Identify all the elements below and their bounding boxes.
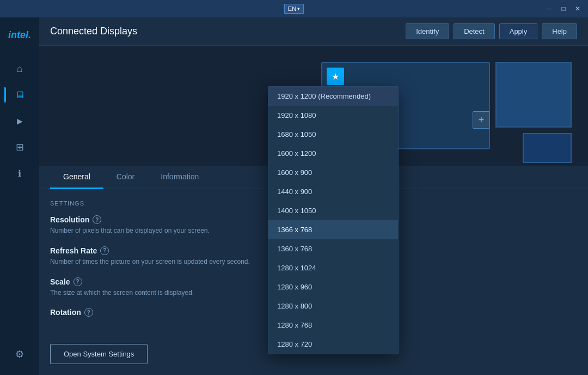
open-system-settings-button[interactable]: Open System Settings bbox=[50, 344, 148, 364]
resolution-help-icon[interactable]: ? bbox=[93, 215, 101, 224]
apps-icon: ⊞ bbox=[16, 141, 24, 153]
resolution-option-10[interactable]: 1280 x 960 bbox=[268, 277, 398, 297]
detect-button[interactable]: Detect bbox=[454, 23, 495, 39]
video-icon: ▶ bbox=[17, 117, 23, 125]
sidebar-item-home[interactable]: ⌂ bbox=[7, 57, 33, 81]
sidebar: intel. ⌂ 🖥 ▶ ⊞ ℹ ⚙ bbox=[0, 17, 39, 375]
home-icon: ⌂ bbox=[17, 63, 23, 75]
settings-icon: ⚙ bbox=[15, 348, 24, 360]
lang-badge: EN ▾ bbox=[284, 4, 304, 14]
app-title: Connected Displays bbox=[50, 26, 137, 37]
sidebar-item-video[interactable]: ▶ bbox=[7, 109, 33, 133]
identify-button[interactable]: Identify bbox=[406, 23, 449, 39]
monitor-star-icon: ★ bbox=[327, 68, 344, 85]
intel-logo: intel. bbox=[9, 24, 30, 46]
info-icon: ℹ bbox=[18, 168, 21, 179]
secondary-monitor-1[interactable] bbox=[495, 62, 572, 128]
top-bar: EN ▾ ─ □ ✕ bbox=[0, 0, 588, 17]
add-display-button[interactable]: + bbox=[473, 111, 490, 129]
refresh-rate-help-icon[interactable]: ? bbox=[100, 246, 109, 255]
tab-color[interactable]: Color bbox=[103, 166, 148, 189]
lang-text: EN bbox=[288, 5, 296, 12]
lang-chevron: ▾ bbox=[297, 6, 300, 11]
toolbar: Identify Detect Apply Help bbox=[406, 23, 577, 39]
resolution-dropdown: 1920 x 1200 (Recommended) 1920 x 1080 16… bbox=[268, 86, 399, 354]
display-icon: 🖥 bbox=[15, 89, 24, 101]
resolution-option-3[interactable]: 1600 x 1200 bbox=[268, 144, 398, 163]
resolution-option-11[interactable]: 1280 x 800 bbox=[268, 297, 398, 316]
resolution-option-12[interactable]: 1280 x 768 bbox=[268, 316, 398, 335]
tab-general[interactable]: General bbox=[50, 166, 103, 189]
logo-text: intel. bbox=[8, 29, 31, 41]
secondary-monitor-2[interactable] bbox=[523, 133, 572, 163]
help-button[interactable]: Help bbox=[542, 23, 577, 39]
resolution-option-5[interactable]: 1440 x 900 bbox=[268, 182, 398, 201]
scale-help-icon[interactable]: ? bbox=[74, 277, 82, 286]
resolution-option-2[interactable]: 1680 x 1050 bbox=[268, 125, 398, 144]
sidebar-item-apps[interactable]: ⊞ bbox=[7, 135, 33, 159]
resolution-option-13[interactable]: 1280 x 720 bbox=[268, 335, 398, 354]
app-title-bar: Connected Displays Identify Detect Apply… bbox=[39, 17, 588, 46]
tab-information[interactable]: Information bbox=[148, 166, 212, 189]
apply-button[interactable]: Apply bbox=[499, 23, 538, 39]
minimize-button[interactable]: ─ bbox=[543, 3, 555, 15]
sidebar-item-settings[interactable]: ⚙ bbox=[7, 342, 33, 366]
resolution-option-7[interactable]: 1366 x 768 bbox=[268, 220, 398, 239]
sidebar-item-info[interactable]: ℹ bbox=[7, 161, 33, 185]
resolution-option-4[interactable]: 1600 x 900 bbox=[268, 163, 398, 182]
resolution-option-8[interactable]: 1360 x 768 bbox=[268, 239, 398, 258]
sidebar-item-display[interactable]: 🖥 bbox=[7, 83, 33, 107]
resolution-option-9[interactable]: 1280 x 1024 bbox=[268, 258, 398, 277]
rotation-help-icon[interactable]: ? bbox=[84, 308, 93, 317]
resolution-option-1[interactable]: 1920 x 1080 bbox=[268, 106, 398, 125]
close-button[interactable]: ✕ bbox=[572, 3, 584, 15]
resolution-option-6[interactable]: 1400 x 1050 bbox=[268, 201, 398, 220]
maximize-button[interactable]: □ bbox=[558, 3, 569, 15]
resolution-option-0[interactable]: 1920 x 1200 (Recommended) bbox=[268, 87, 398, 106]
